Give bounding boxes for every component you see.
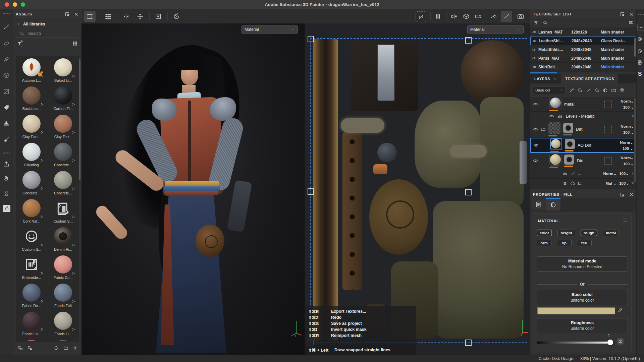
swap-values-icon[interactable] [617, 338, 624, 345]
viewport-2d[interactable]: ⇧⌘E Export Textures... ⇧⌘Z Redo ⇧⌘S Save… [305, 23, 530, 355]
camera-display-icon[interactable]: ⌄ [473, 11, 484, 22]
tab-properties-material[interactable] [546, 198, 560, 210]
asset-item[interactable]: Concrete... [47, 171, 79, 199]
asset-thumbnail[interactable] [22, 86, 41, 105]
layer-row-dirt[interactable]: Dirt Norm⌄ 100 ⌄ [530, 153, 637, 169]
asset-thumbnail[interactable] [54, 227, 72, 245]
asset-item[interactable]: Baked Li... [47, 58, 79, 86]
asset-search[interactable] [16, 29, 79, 38]
add-smart-material-icon[interactable] [569, 88, 574, 93]
asset-thumbnail[interactable] [22, 312, 41, 330]
selection-handle[interactable] [308, 188, 314, 195]
visibility-eye-icon[interactable] [533, 158, 538, 163]
smart-material-tool[interactable] [3, 104, 10, 111]
asset-thumbnail[interactable] [54, 284, 72, 302]
import-folder-icon[interactable] [28, 346, 33, 351]
asset-thumbnail[interactable] [22, 143, 41, 161]
float-panel-icon[interactable] [65, 12, 70, 17]
roughness-slider[interactable] [537, 342, 613, 344]
solo-view-icon[interactable] [543, 20, 548, 25]
layer-row-dirt-group[interactable]: Dirt Norm⌄ 100 ⌄ [530, 121, 637, 138]
asset-thumbnail[interactable] [22, 199, 41, 217]
asset-item[interactable]: Clay Terr... [47, 115, 79, 143]
reset-rotation-icon[interactable] [171, 11, 182, 22]
channel-toggle-button[interactable]: op [557, 240, 572, 246]
asset-item[interactable]: Custom S... [47, 199, 79, 227]
asset-thumbnail[interactable] [22, 255, 41, 274]
visibility-eye-icon[interactable] [562, 181, 568, 186]
float-panel-icon[interactable] [620, 192, 625, 197]
layer-row-ao-dirt[interactable]: AO Dirt Norm⌄ 100 ⌄ [530, 138, 637, 153]
export-icon[interactable] [3, 161, 10, 167]
mirror-horizontal-icon[interactable] [120, 11, 132, 22]
asset-item[interactable]: Fabric Felt [47, 284, 79, 312]
visibility-eye-icon[interactable] [533, 102, 538, 107]
effect-name[interactable]: ... [578, 171, 600, 176]
visibility-eye-icon[interactable] [534, 143, 539, 148]
mask-thumbnail[interactable] [565, 139, 575, 149]
channel-toggle-button[interactable]: trsl [577, 240, 592, 246]
layer-effect-row-levels[interactable]: Levels - Metallic × [530, 112, 637, 121]
blend-mode-select[interactable]: Norm⌄ [614, 124, 634, 129]
asset-item[interactable]: Concrete... [16, 171, 47, 199]
particles-icon[interactable] [488, 11, 499, 22]
layer-thumbnail[interactable] [549, 97, 561, 109]
layer-row-metal[interactable]: metal Norm⌄ 100 ⌄ [530, 97, 637, 112]
visibility-eye-icon[interactable] [532, 30, 536, 34]
asset-thumbnail[interactable] [22, 115, 41, 133]
delete-layer-icon[interactable] [620, 88, 625, 93]
tab-layers[interactable]: LAYERS [530, 74, 561, 83]
remove-effect-icon[interactable]: × [632, 114, 634, 119]
rail-drag-handle-icon[interactable] [3, 13, 10, 20]
group-thumbnail[interactable] [548, 122, 560, 134]
layer-thumbnail[interactable] [549, 154, 561, 166]
blend-mode-select[interactable]: Norm⌄ [614, 99, 634, 104]
asset-thumbnail[interactable] [54, 115, 72, 133]
exclude-visibility-icon[interactable] [416, 11, 426, 22]
library-selector[interactable]: All libraries [13, 19, 82, 29]
texture-set-row[interactable]: LeatherShl... 2048x2048 Glass Beak... [530, 37, 637, 45]
grid-view-icon[interactable] [72, 41, 77, 46]
visibility-eye-icon[interactable] [533, 127, 538, 132]
channel-filter-select[interactable]: Base col [533, 86, 566, 94]
opacity-select[interactable]: 100⌄ [619, 171, 629, 176]
close-tab-icon[interactable] [553, 77, 557, 81]
texture-set-hscroll[interactable] [530, 72, 557, 73]
asset-item[interactable]: Fabric Co... [47, 255, 79, 284]
substance-share-icon[interactable]: S [638, 71, 644, 77]
opacity-select[interactable]: 100 ⌄ [614, 162, 634, 166]
remove-effect-icon[interactable]: × [632, 181, 634, 186]
base-color-button[interactable]: Base color uniform color [537, 290, 628, 305]
asset-item[interactable]: Fabric La... [16, 312, 47, 340]
opacity-select[interactable]: 100⌄ [619, 181, 629, 186]
eraser-tool[interactable] [3, 40, 10, 47]
hourglass-icon[interactable] [3, 190, 10, 197]
screenshot-icon[interactable] [515, 11, 526, 22]
pause-engine-icon[interactable] [432, 11, 444, 22]
layer-name[interactable]: metal [564, 102, 602, 107]
blend-mode-select[interactable]: Norm⌄ [603, 171, 616, 176]
close-panel-icon[interactable] [74, 12, 79, 17]
add-asset-button[interactable]: + [73, 345, 77, 352]
asset-thumbnail[interactable] [22, 227, 41, 245]
toggle-all-visibility-icon[interactable] [534, 20, 539, 25]
asset-thumbnail[interactable] [22, 284, 41, 302]
layers-scrollbar[interactable] [634, 98, 636, 182]
asset-item[interactable]: Clay Eart... [16, 115, 47, 143]
asset-thumbnail[interactable] [54, 255, 72, 274]
new-folder-icon[interactable] [63, 346, 68, 351]
asset-item[interactable]: Carbon Fi... [47, 86, 79, 115]
roughness-button[interactable]: Roughness uniform color [537, 318, 628, 333]
resource-updater-icon[interactable] [3, 205, 10, 212]
import-resources-icon[interactable] [18, 346, 23, 351]
minimize-window-button[interactable] [13, 2, 17, 7]
add-paint-layer-icon[interactable] [586, 88, 591, 93]
remove-effect-icon[interactable]: × [632, 171, 634, 176]
opacity-select[interactable]: 100 ⌄ [614, 130, 634, 135]
add-fill-layer-icon[interactable] [594, 88, 599, 93]
asset-item[interactable]: Cork Nat... [16, 199, 47, 227]
visibility-eye-icon[interactable] [549, 114, 554, 119]
rail-drag-handle-icon[interactable] [638, 14, 644, 20]
add-mask-icon[interactable] [603, 88, 608, 93]
opacity-select[interactable]: 100 ⌄ [614, 105, 634, 110]
